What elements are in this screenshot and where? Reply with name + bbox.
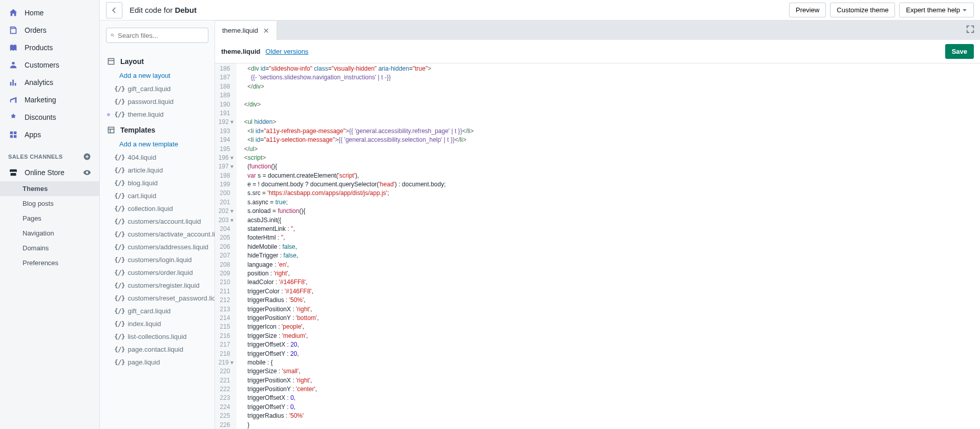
code-editor[interactable]: 186 187 188 189 190 191 192 ▾193 194 195… (215, 63, 980, 429)
liquid-icon: {/} (114, 85, 124, 93)
nav-item-discounts[interactable]: Discounts (0, 109, 99, 126)
svg-rect-4 (14, 135, 16, 138)
svg-point-0 (12, 62, 14, 65)
nav-item-home[interactable]: Home (0, 4, 99, 22)
tab-label: theme.liquid (222, 27, 258, 34)
nav-icon (8, 8, 18, 18)
file-item[interactable]: {/}page.liquid (100, 356, 215, 369)
file-item[interactable]: {/}customers/account.liquid (100, 215, 215, 228)
file-item[interactable]: {/}gift_card.liquid (100, 305, 215, 317)
nav-item-customers[interactable]: Customers (0, 56, 99, 74)
nav-item-analytics[interactable]: Analytics (0, 74, 99, 91)
layout-section-header[interactable]: Layout (100, 52, 215, 69)
file-name: page.contact.liquid (127, 346, 183, 353)
nav-item-marketing[interactable]: Marketing (0, 91, 99, 109)
file-name: 404.liquid (127, 154, 156, 161)
expert-help-button[interactable]: Expert theme help (899, 3, 974, 17)
nav-label: Marketing (25, 96, 56, 104)
file-item[interactable]: {/}collection.liquid (100, 202, 215, 215)
nav-icon (8, 60, 18, 70)
file-item[interactable]: {/}password.liquid (100, 95, 215, 108)
file-name: cart.liquid (127, 192, 156, 200)
nav-online-store[interactable]: Online Store (0, 164, 99, 181)
liquid-icon: {/} (114, 218, 124, 225)
nav-icon (8, 130, 18, 140)
customize-theme-button[interactable]: Customize theme (830, 3, 895, 17)
file-item[interactable]: {/}page.contact.liquid (100, 343, 215, 356)
liquid-icon: {/} (114, 154, 124, 161)
nav-icon (8, 25, 18, 35)
file-name: password.liquid (127, 98, 174, 105)
nav-item-orders[interactable]: Orders (0, 22, 99, 39)
file-item[interactable]: {/}article.liquid (100, 164, 215, 177)
file-item[interactable]: {/}customers/login.liquid (100, 253, 215, 266)
save-button[interactable]: Save (945, 44, 974, 59)
liquid-icon: {/} (114, 269, 124, 276)
file-item[interactable]: {/}list-collections.liquid (100, 330, 215, 343)
workspace: Layout Add a new layout {/}gift_card.liq… (100, 20, 980, 429)
file-item[interactable]: {/}customers/register.liquid (100, 279, 215, 292)
preview-button[interactable]: Preview (789, 3, 826, 17)
liquid-icon: {/} (114, 333, 124, 340)
file-name: page.liquid (127, 358, 160, 366)
fullscreen-icon[interactable] (966, 25, 975, 34)
file-item[interactable]: {/}customers/addresses.liquid (100, 241, 215, 253)
search-input[interactable] (118, 32, 204, 39)
liquid-icon: {/} (114, 294, 124, 302)
file-item[interactable]: {/}customers/reset_password.liq (100, 292, 215, 305)
file-name: blog.liquid (127, 179, 158, 187)
svg-point-8 (111, 34, 113, 36)
add-template-link[interactable]: Add a new template (100, 137, 215, 151)
templates-section-label: Templates (120, 126, 155, 134)
nav-item-apps[interactable]: Apps (0, 126, 99, 143)
file-item[interactable]: {/}blog.liquid (100, 177, 215, 189)
add-channel-icon[interactable] (83, 153, 91, 161)
file-name: customers/activate_account.li (127, 230, 215, 238)
liquid-icon: {/} (114, 282, 124, 289)
file-item[interactable]: {/}theme.liquid (100, 108, 215, 121)
file-name: gift_card.liquid (127, 307, 171, 315)
file-name: customers/account.liquid (127, 218, 201, 225)
file-name: collection.liquid (127, 205, 173, 212)
add-layout-link[interactable]: Add a new layout (100, 69, 215, 82)
file-item[interactable]: {/}cart.liquid (100, 189, 215, 202)
top-actions: Preview Customize theme Expert theme hel… (789, 3, 974, 17)
templates-section-header[interactable]: Templates (100, 121, 215, 137)
file-item[interactable]: {/}customers/order.liquid (100, 266, 215, 279)
file-name: customers/register.liquid (127, 282, 199, 289)
search-icon (111, 31, 115, 39)
liquid-icon: {/} (114, 307, 124, 315)
chevron-down-icon (962, 8, 967, 13)
back-button[interactable] (106, 2, 122, 18)
nav-sub-preferences[interactable]: Preferences (0, 255, 99, 270)
view-store-icon[interactable] (83, 168, 91, 177)
nav-sub-blog-posts[interactable]: Blog posts (0, 196, 99, 211)
tab-close-icon[interactable]: ✕ (263, 27, 269, 35)
nav-sub-domains[interactable]: Domains (0, 241, 99, 255)
line-gutter: 186 187 188 189 190 191 192 ▾193 194 195… (215, 63, 237, 429)
search-box[interactable] (106, 28, 208, 43)
nav-sub-navigation[interactable]: Navigation (0, 226, 99, 241)
file-item[interactable]: {/}index.liquid (100, 317, 215, 330)
nav-label: Discounts (25, 113, 56, 121)
nav-sub-pages[interactable]: Pages (0, 211, 99, 226)
nav-icon (8, 77, 18, 88)
file-header-name: theme.liquid (221, 48, 261, 55)
nav-sub-themes[interactable]: Themes (0, 181, 99, 196)
tab-theme-liquid[interactable]: theme.liquid ✕ (215, 20, 277, 40)
code-content[interactable]: <div id="slideshow-info" class="visually… (237, 63, 478, 429)
page-title-theme: Debut (175, 6, 197, 14)
file-list-scroll[interactable]: Layout Add a new layout {/}gift_card.liq… (100, 50, 215, 429)
liquid-icon: {/} (114, 346, 124, 353)
file-item[interactable]: {/}404.liquid (100, 151, 215, 164)
liquid-icon: {/} (114, 192, 124, 200)
file-item[interactable]: {/}customers/activate_account.li (100, 228, 215, 241)
templates-icon (107, 126, 115, 134)
file-item[interactable]: {/}gift_card.liquid (100, 82, 215, 95)
nav-icon (8, 112, 18, 122)
nav-item-products[interactable]: Products (0, 39, 99, 56)
svg-rect-3 (10, 135, 13, 138)
nav-label: Customers (25, 61, 59, 69)
search-wrap (100, 20, 215, 50)
older-versions-link[interactable]: Older versions (266, 48, 309, 55)
